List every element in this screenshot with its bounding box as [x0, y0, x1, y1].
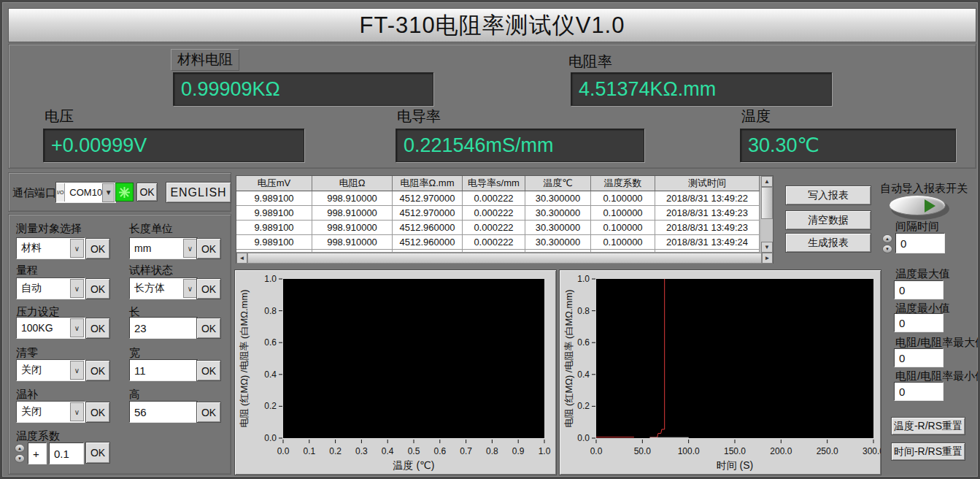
- width-input[interactable]: [129, 359, 198, 381]
- material-resistance-display: 0.99909KΩ: [173, 72, 433, 106]
- height-input[interactable]: [129, 401, 198, 423]
- data-table: 电压mV电阻Ω电阻率Ω.mm电导率s/mm温度℃温度系数测试时间 9.98910…: [236, 175, 773, 264]
- generate-report-button[interactable]: 生成报表: [785, 233, 871, 253]
- vscroll-thumb[interactable]: [761, 187, 773, 219]
- temp-comp-ok-button[interactable]: OK: [85, 402, 110, 423]
- spinner-up-icon[interactable]: ▲: [15, 444, 25, 453]
- length-input[interactable]: [129, 317, 198, 339]
- table-header-cell: 电导率s/mm: [463, 176, 525, 191]
- spinner-up-icon[interactable]: ▲: [882, 234, 892, 243]
- plot-area: [596, 279, 873, 438]
- window-title: FT-310电阻率测试仪V1.0: [8, 8, 976, 42]
- measure-object-ok-button[interactable]: OK: [85, 238, 110, 259]
- y-tick-label: 1.0: [577, 274, 590, 284]
- table-hscrollbar[interactable]: ◄ ►: [236, 253, 773, 264]
- temp-reset-button[interactable]: 温度-R/RS重置: [891, 417, 965, 435]
- res-max-input[interactable]: [894, 348, 944, 367]
- table-cell: 0.000222: [463, 235, 525, 250]
- y-tick-label: 0.2: [577, 401, 590, 411]
- zeroing-label: 清零: [16, 346, 38, 360]
- comm-port-combo[interactable]: I/O COM10 ▼: [55, 182, 116, 203]
- table-body: 9.989100998.9100004512.9700000.00022230.…: [236, 191, 761, 253]
- x-tick-label: 0.4: [382, 446, 394, 456]
- range-dropdown[interactable]: 自动∨: [16, 277, 85, 299]
- io-port-icon: I/O: [56, 183, 65, 202]
- chevron-down-icon[interactable]: ∨: [70, 402, 84, 421]
- spinner-down-icon[interactable]: ▼: [15, 454, 25, 463]
- y-tick-label: 0.6: [264, 337, 277, 348]
- x-tick-label: 200.0: [770, 446, 792, 456]
- scroll-right-icon[interactable]: ►: [762, 253, 773, 264]
- sample-shape-ok-button[interactable]: OK: [196, 278, 221, 299]
- pressure-ok-button[interactable]: OK: [85, 318, 110, 339]
- temp-max-label: 温度最大值: [895, 267, 950, 281]
- scroll-left-icon[interactable]: ◄: [236, 253, 247, 264]
- x-tick-label: 300.0: [863, 446, 881, 456]
- displays-panel: 材料电阻 0.99909KΩ 电阻率 4.51374KΩ.mm 电压 +0.00…: [8, 44, 976, 169]
- x-axis-label: 温度 (℃): [393, 459, 435, 471]
- x-tick-label: 0.8: [486, 446, 498, 456]
- comm-frame: 通信端口 I/O COM10 ▼ OK ENGLISH: [8, 172, 231, 212]
- interval-spinner[interactable]: ▲ ▼: [882, 234, 892, 254]
- temp-min-input[interactable]: [894, 313, 944, 332]
- conductivity-display: 0.221546mS/mm: [396, 129, 644, 162]
- x-tick-label: 150.0: [724, 446, 746, 456]
- table-cell: 30.300000: [525, 206, 591, 221]
- table-header-cell: 电阻率Ω.mm: [393, 176, 463, 191]
- time-reset-button[interactable]: 时间-R/RS重置: [891, 442, 965, 461]
- clear-data-button[interactable]: 清空数据: [785, 210, 871, 230]
- table-cell: 0.100000: [591, 191, 655, 206]
- english-button[interactable]: ENGLISH: [166, 182, 231, 203]
- chevron-down-icon[interactable]: ∨: [183, 239, 197, 258]
- hscroll-thumb[interactable]: [247, 253, 762, 264]
- table-cell: 2018/8/31 13:49:24: [655, 235, 760, 250]
- table-vscrollbar[interactable]: ▲ ▼: [761, 176, 773, 253]
- zeroing-ok-button[interactable]: OK: [85, 360, 110, 381]
- height-label: 高: [129, 388, 140, 402]
- pressure-dropdown[interactable]: 100KG∨: [16, 317, 85, 339]
- range-label: 量程: [16, 264, 38, 277]
- controls-frame: 温度系数 ▲ ▼ + 0.1 OK 测量对象选择材料∨OK量程自动∨OK压力设定…: [8, 214, 231, 475]
- chevron-down-icon[interactable]: ∨: [70, 239, 84, 258]
- range-ok-button[interactable]: OK: [85, 278, 110, 299]
- temp-coeff-sign[interactable]: +: [28, 442, 47, 464]
- temp-coeff-input[interactable]: 0.1: [49, 442, 84, 464]
- write-report-button[interactable]: 写入报表: [785, 185, 871, 205]
- sample-shape-dropdown[interactable]: 长方体∨: [129, 277, 198, 299]
- interval-input[interactable]: [895, 233, 945, 253]
- auto-import-toggle[interactable]: [889, 195, 946, 215]
- chevron-down-icon[interactable]: ∨: [183, 279, 197, 298]
- table-row: 9.989100998.9100004512.9700000.00022230.…: [236, 206, 761, 221]
- table-cell: 4512.960000: [393, 221, 463, 235]
- chevron-down-icon[interactable]: ▼: [102, 183, 115, 202]
- scroll-down-icon[interactable]: ▼: [761, 242, 773, 253]
- chevron-down-icon[interactable]: ∨: [70, 318, 84, 337]
- comm-ok-button[interactable]: OK: [136, 183, 158, 202]
- chart-svg: 0.00.20.40.60.81.00.00.10.20.30.40.50.60…: [235, 270, 556, 475]
- measure-object-dropdown[interactable]: 材料∨: [16, 237, 85, 259]
- chevron-down-icon[interactable]: ∨: [70, 279, 84, 298]
- length-unit-dropdown[interactable]: mm∨: [129, 237, 198, 259]
- y-axis-label: 电阻 (红MΩ) /电阻率 (白MΩ.mm): [563, 289, 574, 427]
- temp-coeff-spinner[interactable]: ▲ ▼: [15, 443, 25, 464]
- length-ok-button[interactable]: OK: [196, 318, 221, 339]
- chevron-down-icon[interactable]: ∨: [70, 361, 84, 380]
- spinner-down-icon[interactable]: ▼: [882, 245, 892, 253]
- y-tick-label: 0.4: [264, 369, 277, 380]
- res-min-input[interactable]: [894, 382, 944, 401]
- width-ok-button[interactable]: OK: [196, 360, 221, 381]
- table-cell: 30.300000: [525, 191, 591, 206]
- temperature-display: 30.30℃: [740, 129, 956, 162]
- table-header-cell: 电阻Ω: [312, 176, 393, 191]
- plot-area: [283, 279, 544, 438]
- length-unit-ok-button[interactable]: OK: [196, 238, 221, 259]
- y-tick-label: 0.4: [577, 369, 590, 380]
- scroll-up-icon[interactable]: ▲: [761, 176, 773, 187]
- led-star-icon: [118, 186, 131, 199]
- height-ok-button[interactable]: OK: [196, 402, 221, 423]
- temp-coeff-ok-button[interactable]: OK: [85, 442, 110, 464]
- temp-comp-dropdown[interactable]: 关闭∨: [16, 401, 85, 423]
- table-header-cell: 温度系数: [591, 176, 655, 191]
- zeroing-dropdown[interactable]: 关闭∨: [16, 359, 85, 381]
- temp-max-input[interactable]: [894, 280, 944, 299]
